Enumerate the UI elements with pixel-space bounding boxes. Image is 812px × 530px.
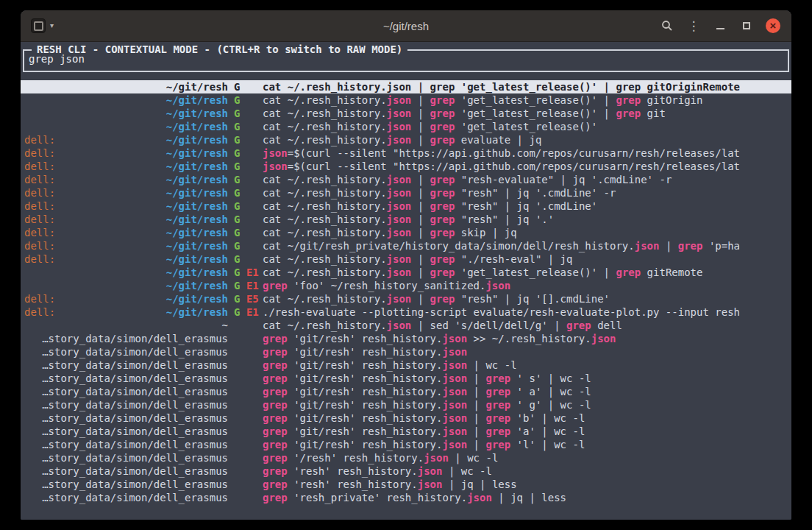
history-row[interactable]: …story_data/simon/dell_erasmusgrep 'git/… (21, 385, 791, 398)
query-match: grep (616, 81, 641, 93)
titlebar[interactable]: ▾ ~/git/resh ⋮ × (21, 10, 791, 42)
command-text: grep 'git/resh' resh_history.json | grep… (263, 438, 791, 451)
flags: G (228, 107, 263, 120)
titlebar-controls: ⋮ × (659, 18, 791, 34)
minimize-icon (716, 28, 724, 29)
history-row[interactable]: …story_data/simon/dell_erasmusgrep 'git/… (21, 332, 791, 345)
history-row[interactable]: …story_data/simon/dell_erasmusgrep 'git/… (21, 411, 791, 425)
git-flag: G (234, 94, 240, 106)
directory-label: …story_data/simon/dell_erasmus (24, 411, 228, 425)
command-text: cat ~/.resh_history.json | grep 'get_lat… (263, 107, 791, 120)
query-match: grep (485, 399, 510, 411)
history-row[interactable]: ~/git/reshGcat ~/.resh_history.json | gr… (21, 120, 791, 133)
history-row[interactable]: dell:~/git/reshGjson=$(curl --silent "ht… (21, 146, 791, 160)
flags: G (228, 252, 263, 266)
history-row[interactable]: ~/git/reshGcat ~/.resh_history.json | gr… (21, 80, 791, 93)
query-match: grep (485, 425, 510, 437)
directory-label: …story_data/simon/dell_erasmus (24, 385, 228, 398)
new-terminal-button[interactable]: ▾ (29, 17, 55, 35)
query-match: grep (430, 81, 455, 93)
close-button[interactable]: × (765, 18, 781, 34)
restore-button[interactable] (738, 18, 755, 34)
git-flag: G (234, 107, 240, 119)
history-row[interactable]: …story_data/simon/dell_erasmusgrep 'resh… (21, 464, 791, 478)
history-row[interactable]: ~/git/reshGcat ~/.resh_history.json | gr… (21, 107, 791, 120)
history-row[interactable]: …story_data/simon/dell_erasmusgrep 'git/… (21, 372, 791, 385)
row-left-block: dell:~/git/resh (24, 199, 228, 213)
flags: G E1 (228, 279, 263, 292)
host-label: dell: (24, 173, 55, 186)
history-row[interactable]: …story_data/simon/dell_erasmusgrep 'resh… (21, 491, 791, 504)
query-match: grep (678, 240, 703, 252)
git-flag: G (234, 227, 240, 239)
flags (228, 438, 263, 451)
command-text: cat ~/.resh_history.json | grep "./resh-… (263, 252, 791, 266)
history-row[interactable]: …story_data/simon/dell_erasmusgrep 'git/… (21, 398, 791, 411)
command-text: grep 'git/resh' resh_history.json | grep… (263, 411, 791, 425)
history-row[interactable]: dell:~/git/reshGcat ~/.resh_history.json… (21, 213, 791, 226)
menu-kebab-icon[interactable]: ⋮ (685, 18, 702, 34)
history-row[interactable]: dell:~/git/reshGcat ~/.resh_history.json… (21, 133, 791, 146)
history-row[interactable]: …story_data/simon/dell_erasmusgrep 'resh… (21, 478, 791, 491)
history-row[interactable]: dell:~/git/reshGcat ~/.resh_history.json… (21, 186, 791, 199)
history-row[interactable]: ~/git/reshG E1grep 'foo' ~/resh_history_… (21, 279, 791, 292)
flags (228, 385, 263, 398)
history-row[interactable]: ~/git/reshGcat ~/.resh_history.json | gr… (21, 93, 791, 107)
flags: G (228, 146, 263, 160)
history-row[interactable]: dell:~/git/reshGcat ~/.resh_history.json… (21, 173, 791, 186)
query-match: json (387, 81, 412, 93)
flags: G (228, 186, 263, 199)
history-row[interactable]: ~/git/reshG E1cat ~/.resh_history.json |… (21, 266, 791, 279)
history-row[interactable]: …story_data/simon/dell_erasmusgrep 'git/… (21, 345, 791, 358)
history-row[interactable]: dell:~/git/reshGcat ~/git/resh_private/h… (21, 239, 791, 252)
query-match: json (485, 280, 510, 292)
history-row[interactable]: dell:~/git/reshG E5cat ~/.resh_history.j… (21, 292, 791, 305)
row-left-block: ~/git/resh (24, 93, 228, 107)
history-row[interactable]: …story_data/simon/dell_erasmusgrep 'git/… (21, 438, 791, 451)
history-row[interactable]: dell:~/git/reshGjson=$(curl --silent "ht… (21, 160, 791, 173)
query-match: json (387, 174, 412, 186)
exit-status-flag: E5 (246, 293, 259, 305)
search-icon[interactable] (659, 18, 675, 34)
flags: G (228, 93, 263, 107)
query-match: grep (263, 280, 288, 292)
history-row[interactable]: dell:~/git/reshGcat ~/.resh_history.json… (21, 199, 791, 213)
command-text: grep 'git/resh' resh_history.json | wc -… (263, 358, 791, 372)
minimize-button[interactable] (712, 18, 728, 34)
git-flag: G (234, 240, 240, 252)
git-flag: G (234, 121, 240, 132)
command-text: cat ~/git/resh_private/history_data/simo… (263, 239, 791, 252)
history-row[interactable]: dell:~/git/reshG E1./resh-evaluate --plo… (21, 305, 791, 319)
query-match: json (387, 187, 412, 199)
flags (228, 358, 263, 372)
query-match: grep (263, 399, 288, 411)
command-text: cat ~/.resh_history.json | grep 'get_lat… (263, 266, 791, 279)
search-query-input[interactable]: grep json (29, 53, 85, 65)
query-match: json (263, 160, 288, 172)
exit-status-flag: E1 (246, 306, 259, 318)
command-text: grep 'git/resh' resh_history.json >> ~/.… (263, 332, 791, 345)
history-row[interactable]: …story_data/simon/dell_erasmusgrep 'git/… (21, 358, 791, 372)
query-match: grep (263, 439, 288, 451)
flags: G (228, 213, 263, 226)
host-label: dell: (24, 199, 55, 213)
terminal-content[interactable]: RESH CLI - CONTEXTUAL MODE - (CTRL+R to … (21, 42, 791, 520)
command-text: cat ~/.resh_history.json | sed 's/dell/d… (263, 319, 791, 332)
query-match: grep (485, 386, 510, 398)
history-row[interactable]: …story_data/simon/dell_erasmusgrep 'git/… (21, 425, 791, 438)
flags: G E1 (228, 266, 263, 279)
git-flag: G (234, 253, 240, 265)
history-row[interactable]: dell:~/git/reshGcat ~/.resh_history.json… (21, 252, 791, 266)
row-left-block: dell:~/git/resh (24, 226, 228, 239)
history-row[interactable]: dell:~/git/reshGcat ~/.resh_history.json… (21, 226, 791, 239)
directory-label: …story_data/simon/dell_erasmus (24, 451, 228, 464)
row-left-block: …story_data/simon/dell_erasmus (24, 345, 228, 358)
command-text: grep 'resh' resh_history.json | jq | les… (263, 478, 791, 491)
history-row[interactable]: …story_data/simon/dell_erasmusgrep '/res… (21, 451, 791, 464)
directory-label: …story_data/simon/dell_erasmus (24, 464, 228, 478)
query-match: json (424, 452, 449, 464)
history-row[interactable]: ~cat ~/.resh_history.json | sed 's/dell/… (21, 319, 791, 332)
row-left-block: …story_data/simon/dell_erasmus (24, 425, 228, 438)
git-flag: G (234, 174, 240, 186)
directory-label: …story_data/simon/dell_erasmus (24, 372, 228, 385)
